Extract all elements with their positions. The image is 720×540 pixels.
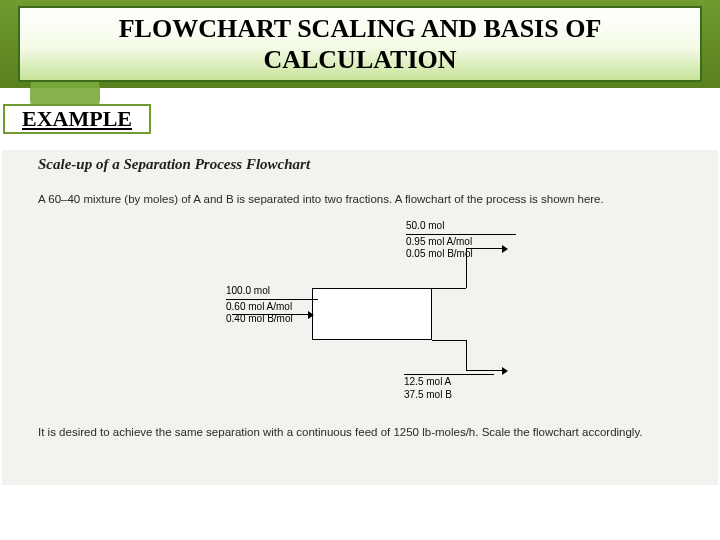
- slide-title-box: FLOWCHART SCALING AND BASIS OF CALCULATI…: [18, 6, 702, 82]
- bottom-stream-line-h1: [432, 340, 466, 341]
- top-stream-line-h1: [432, 288, 466, 289]
- bottom-stream-arrow-icon: [502, 367, 508, 375]
- bottom-stream-label: 12.5 mol A 37.5 mol B: [404, 374, 494, 401]
- feed-comp-a: 0.60 mol A/mol: [226, 301, 318, 314]
- feed-stream-label: 100.0 mol 0.60 mol A/mol 0.40 mol B/mol: [226, 285, 318, 326]
- top-comp-a: 0.95 mol A/mol: [406, 236, 516, 249]
- scan-subtitle: Scale-up of a Separation Process Flowcha…: [38, 156, 310, 173]
- separation-unit-box: [312, 288, 432, 340]
- slide-title: FLOWCHART SCALING AND BASIS OF CALCULATI…: [20, 13, 700, 75]
- feed-comp-b: 0.40 mol B/mol: [226, 313, 318, 326]
- top-stream-label: 50.0 mol 0.95 mol A/mol 0.05 mol B/mol: [406, 220, 516, 261]
- textbook-scan-region: Scale-up of a Separation Process Flowcha…: [2, 150, 718, 485]
- bottom-comp-a: 12.5 mol A: [404, 376, 494, 389]
- top-total: 50.0 mol: [406, 220, 516, 235]
- top-comp-b: 0.05 mol B/mol: [406, 248, 516, 261]
- bottom-stream-line-h2: [466, 370, 506, 371]
- bottom-stream-line-v: [466, 340, 467, 370]
- process-flowchart-diagram: 100.0 mol 0.60 mol A/mol 0.40 mol B/mol …: [172, 240, 532, 410]
- scan-paragraph-2: It is desired to achieve the same separa…: [38, 425, 706, 441]
- bottom-comp-b: 37.5 mol B: [404, 389, 494, 402]
- example-label: EXAMPLE: [22, 106, 132, 132]
- scan-paragraph-1: A 60–40 mixture (by moles) of A and B is…: [38, 192, 706, 208]
- example-tag-box: EXAMPLE: [3, 104, 151, 134]
- feed-total: 100.0 mol: [226, 285, 318, 300]
